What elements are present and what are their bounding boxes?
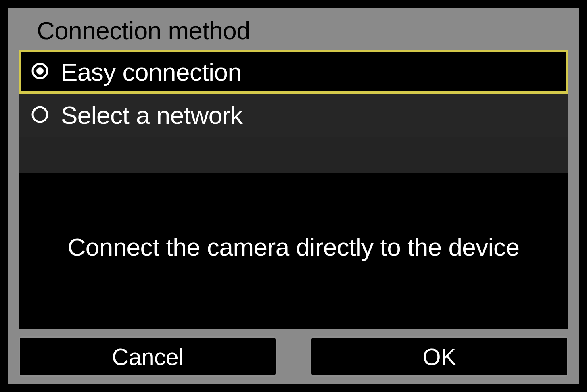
option-easy-connection[interactable]: Easy connection — [19, 50, 568, 94]
camera-menu-screen: Connection method Easy connection — [0, 0, 587, 392]
svg-point-2 — [33, 107, 47, 122]
radio-unselected-icon — [31, 106, 49, 125]
description-text: Connect the camera directly to the devic… — [67, 229, 519, 265]
radio-selected-icon — [31, 62, 49, 81]
ok-button[interactable]: OK — [310, 336, 568, 377]
screen-title: Connection method — [19, 16, 568, 50]
option-label: Select a network — [61, 101, 242, 129]
button-bar: Cancel OK — [19, 336, 568, 377]
description-area: Connect the camera directly to the devic… — [19, 173, 568, 329]
option-list: Easy connection Select a network — [19, 50, 568, 173]
option-empty-slot — [19, 137, 568, 173]
svg-point-1 — [36, 67, 44, 75]
option-label: Easy connection — [61, 58, 241, 86]
option-select-network[interactable]: Select a network — [19, 94, 568, 137]
content-area: Easy connection Select a network Connect… — [19, 50, 568, 329]
cancel-button[interactable]: Cancel — [19, 336, 277, 377]
